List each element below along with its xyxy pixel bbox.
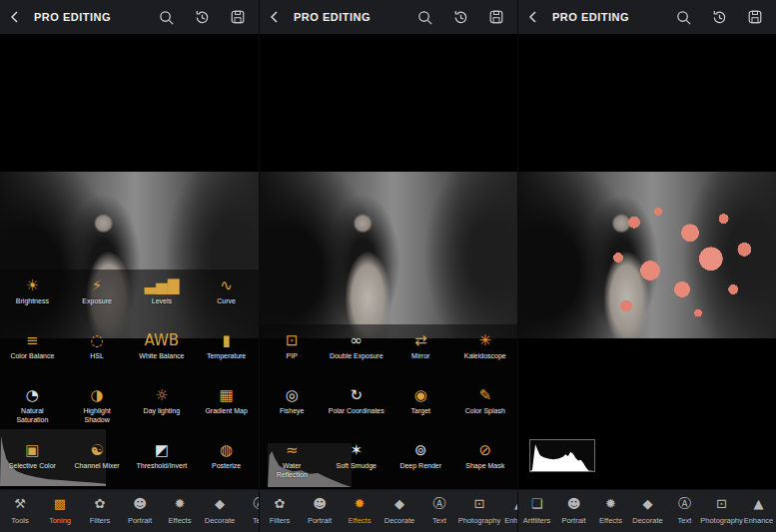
category-label: Portrait xyxy=(561,516,585,525)
tool-item[interactable]: ◌ HSL xyxy=(65,324,130,379)
save-icon[interactable] xyxy=(230,9,246,25)
category-item[interactable]: Ⓐ Text xyxy=(666,495,703,525)
category-item[interactable]: ☻ Portrait xyxy=(300,495,340,525)
tool-item[interactable]: ⊡ PIP xyxy=(260,324,325,379)
tool-item[interactable]: ☀ Brightness xyxy=(0,269,65,324)
category-label: Text xyxy=(432,516,446,525)
toning-tool-grid: ☀ Brightness ⚡ Exposure ▃▅▇ Levels ∿ Cur… xyxy=(0,269,259,489)
back-button[interactable] xyxy=(260,0,290,34)
category-icon: ◆ xyxy=(215,495,225,513)
tool-item[interactable]: ◍ Posterize xyxy=(194,434,259,489)
category-item[interactable]: ◆ Decorate xyxy=(629,495,666,525)
category-item[interactable]: ✿ Filters xyxy=(260,495,300,525)
category-item[interactable]: ▲ Enhance xyxy=(740,495,776,525)
tool-item[interactable]: ✎ Color Splash xyxy=(453,379,518,434)
photo-preview xyxy=(260,172,517,338)
tool-item[interactable]: AWB White Balance xyxy=(130,324,195,379)
category-label: Filters xyxy=(270,516,290,525)
back-button[interactable] xyxy=(518,0,548,34)
category-item[interactable]: ✹ Effects xyxy=(592,495,629,525)
tool-item[interactable]: ☼ Day lighting xyxy=(130,379,195,434)
history-icon[interactable] xyxy=(194,9,211,26)
tool-label: Gradient Map xyxy=(205,407,247,416)
category-label: Photography xyxy=(458,516,501,525)
page-title: PRO EDITING xyxy=(552,11,629,23)
back-button[interactable] xyxy=(0,0,30,34)
tool-item[interactable]: ⊚ Deep Render xyxy=(388,434,453,489)
category-item[interactable]: ⊡ Photography xyxy=(703,495,740,525)
tool-icon: AWB xyxy=(145,329,180,351)
category-item[interactable]: ▲ Enhance xyxy=(499,495,517,525)
tool-label: Double Exposure xyxy=(330,352,384,361)
search-icon[interactable] xyxy=(158,9,175,26)
tool-item[interactable]: ◉ Target xyxy=(388,379,453,434)
tool-label: HSL xyxy=(90,352,104,361)
tool-label: Day lighting xyxy=(144,407,181,416)
tool-label: Mirror xyxy=(411,352,429,361)
category-item[interactable]: ☻ Portrait xyxy=(120,495,160,525)
tool-item[interactable]: ▣ Selective Color xyxy=(0,434,65,489)
tool-icon: ⊡ xyxy=(286,329,299,351)
tool-label: Channel Mixer xyxy=(75,462,120,471)
category-icon: ❏ xyxy=(531,495,543,513)
topbar-actions xyxy=(416,9,517,26)
save-icon[interactable] xyxy=(747,9,763,25)
tool-item[interactable]: ∿ Curve xyxy=(194,269,259,324)
tool-item[interactable]: ▃▅▇ Levels xyxy=(130,269,195,324)
category-item[interactable]: ⚒ Tools xyxy=(0,495,40,525)
tool-item[interactable]: ◎ Fisheye xyxy=(260,379,325,434)
category-item[interactable]: ⊡ Photography xyxy=(459,495,499,525)
tool-item[interactable]: ☯ Channel Mixer xyxy=(65,434,130,489)
search-icon[interactable] xyxy=(675,9,692,26)
category-item[interactable]: Ⓐ Text xyxy=(419,495,459,525)
tool-icon: ∿ xyxy=(220,274,233,296)
category-item[interactable]: ◆ Decorate xyxy=(200,495,240,525)
category-item[interactable]: Ⓐ Text xyxy=(240,495,259,525)
tool-item[interactable]: ⇄ Mirror xyxy=(388,324,453,379)
tool-label: PIP xyxy=(287,352,298,361)
tool-label: White Balance xyxy=(139,352,184,361)
tool-item[interactable]: ≡ Color Balance xyxy=(0,324,65,379)
tool-item[interactable]: ◔ Natural Saturation xyxy=(0,379,65,434)
category-item[interactable]: ◆ Decorate xyxy=(380,495,419,525)
tool-icon: ⇄ xyxy=(414,329,427,351)
tool-item[interactable]: ◑ Highlight Shadow xyxy=(65,379,130,434)
category-item[interactable]: ✹ Effects xyxy=(340,495,380,525)
category-item[interactable]: ❏ Artfilters xyxy=(518,495,555,525)
chevron-left-icon xyxy=(8,10,22,24)
category-label: Decorate xyxy=(205,516,235,525)
category-item[interactable]: ☻ Portrait xyxy=(555,495,592,525)
tool-label: Threshold/Invert xyxy=(137,462,188,471)
tool-icon: ◌ xyxy=(91,329,104,351)
tool-item[interactable]: ▮ Temperature xyxy=(194,324,259,379)
tool-icon: ≈ xyxy=(286,439,299,461)
tool-item[interactable]: ↻ Polar Coordinates xyxy=(325,379,389,434)
tool-item[interactable]: ✶ Soft Smudge xyxy=(325,434,389,489)
tool-label: Color Splash xyxy=(465,407,505,416)
history-icon[interactable] xyxy=(452,9,469,26)
history-icon[interactable] xyxy=(711,9,728,26)
tool-label: Brightness xyxy=(16,297,49,306)
tool-icon: ◉ xyxy=(414,384,427,406)
tool-item[interactable]: ∞ Double Exposure xyxy=(325,324,389,379)
category-icon: ✿ xyxy=(275,495,286,513)
tool-item[interactable]: ≈ Water Reflection xyxy=(260,434,325,489)
save-icon[interactable] xyxy=(488,9,504,25)
category-icon: ✹ xyxy=(605,495,616,513)
category-item[interactable]: ▩ Toning xyxy=(40,495,80,525)
tool-label: Exposure xyxy=(82,297,112,306)
category-toolbar: ❏ Artfilters ☻ Portrait ✹ Effects ◆ Deco… xyxy=(518,489,776,532)
category-item[interactable]: ✿ Filters xyxy=(80,495,120,525)
tool-item[interactable]: ◩ Threshold/Invert xyxy=(130,434,195,489)
tool-item[interactable]: ▦ Gradient Map xyxy=(194,379,259,434)
tool-item[interactable]: ✳ Kaleidoscope xyxy=(453,324,518,379)
tool-item[interactable]: ⊘ Shape Mask xyxy=(453,434,518,489)
tool-item[interactable]: ⚡ Exposure xyxy=(65,269,130,324)
category-label: Toning xyxy=(49,516,71,525)
tool-label: Kaleidoscope xyxy=(464,352,506,361)
search-icon[interactable] xyxy=(416,9,433,26)
category-item[interactable]: ✹ Effects xyxy=(160,495,200,525)
tool-label: Levels xyxy=(152,297,172,306)
tool-icon: ⚡ xyxy=(92,274,103,296)
category-label: Decorate xyxy=(385,516,414,525)
